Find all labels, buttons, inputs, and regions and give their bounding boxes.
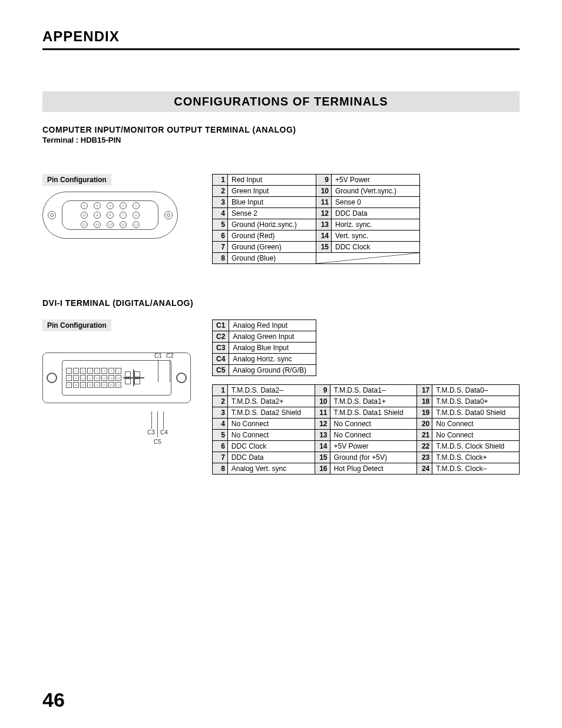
table-cell: DDC Data (227, 452, 315, 463)
table-cell: Blue Input (228, 197, 316, 208)
callout-c5: C5 (154, 439, 161, 445)
table-cell: Analog Blue Input (229, 342, 316, 354)
table-cell: 23 (417, 452, 432, 463)
table-cell: 1 (213, 385, 228, 396)
table-cell: 13 (316, 219, 332, 230)
table-cell: No Connect (330, 419, 417, 430)
table-cell: 10 (316, 186, 332, 197)
hdb15-pin-table: 1 Red Input 9 +5V Power 2 Green Input 10… (212, 174, 420, 264)
table-cell: C4 (213, 354, 229, 365)
table-cell: Ground (for +5V) (330, 452, 417, 463)
table-cell: C2 (213, 331, 229, 342)
table-cell: T.M.D.S. Clock– (432, 463, 520, 475)
table-cell: Ground (Red) (228, 230, 316, 242)
table-cell: Horiz. sync. (332, 219, 420, 230)
table-cell: T.M.D.S. Clock Shield (432, 441, 520, 452)
table-cell: Analog Horiz. sync (229, 354, 316, 365)
dvi-heading: DVI-I TERMINAL (DIGITAL/ANALOG) (42, 298, 520, 308)
section-banner: CONFIGURATIONS OF TERMINALS (42, 91, 520, 112)
table-cell: Analog Red Input (229, 320, 316, 331)
table-cell: 5 (213, 430, 228, 441)
table-cell: T.M.D.S. Clock+ (432, 452, 520, 463)
table-cell: T.M.D.S. Data1 Shield (330, 407, 417, 419)
dvi-pin-config-label: Pin Configuration (42, 319, 111, 331)
table-cell: No Connect (227, 430, 315, 441)
callout-c4: C4 (160, 429, 168, 436)
page-number: 46 (42, 689, 65, 711)
table-cell: 8 (213, 253, 228, 264)
table-cell: Green Input (228, 186, 316, 197)
table-cell: 11 (316, 197, 332, 208)
table-cell: 19 (417, 407, 432, 419)
table-cell: 4 (213, 419, 228, 430)
analog-row: Pin Configuration 54321 109876 151413121… (42, 174, 520, 264)
table-cell: 20 (417, 419, 432, 430)
table-cell: 3 (213, 197, 228, 208)
table-cell: 4 (213, 208, 228, 219)
table-cell: 14 (316, 230, 332, 242)
table-cell: T.M.D.S. Data0– (432, 385, 520, 396)
analog-terminal: Terminal : HDB15-PIN (42, 136, 520, 144)
table-cell: 13 (315, 430, 330, 441)
dvi-main-pin-table: 1T.M.D.S. Data2– 9T.M.D.S. Data1– 17T.M.… (212, 384, 520, 475)
table-cell: Ground (Horiz.sync.) (228, 219, 316, 230)
dvi-c-pin-table: C1Analog Red Input C2Analog Green Input … (212, 319, 316, 376)
table-cell: 11 (315, 407, 330, 419)
table-cell: T.M.D.S. Data0+ (432, 396, 520, 407)
table-cell: 24 (417, 463, 432, 475)
table-cell: 9 (315, 385, 330, 396)
table-empty-diag-cell (316, 253, 420, 264)
table-cell: Sense 2 (228, 208, 316, 219)
table-cell: Sense 0 (332, 197, 420, 208)
table-cell: 18 (417, 396, 432, 407)
table-cell: Analog Vert. sync (227, 463, 315, 475)
table-cell: T.M.D.S. Data1+ (330, 396, 417, 407)
table-cell: No Connect (432, 430, 520, 441)
table-cell: Red Input (228, 174, 316, 186)
table-cell: 9 (316, 174, 332, 186)
table-cell: 14 (315, 441, 330, 452)
table-cell: 22 (417, 441, 432, 452)
table-cell: 5 (213, 219, 228, 230)
table-cell: 7 (213, 452, 228, 463)
dvi-connector-diagram: C1 C2 12345678 910111213141516 171819202… (42, 353, 196, 453)
table-cell: T.M.D.S. Data2– (227, 385, 315, 396)
table-cell: DDC Data (332, 208, 420, 219)
table-cell: T.M.D.S. Data2+ (227, 396, 315, 407)
table-cell: C1 (213, 320, 229, 331)
table-cell: Hot Plug Detect (330, 463, 417, 475)
table-cell: 8 (213, 463, 228, 475)
table-cell: 6 (213, 230, 228, 242)
table-cell: Ground (Vert.sync.) (332, 186, 420, 197)
table-cell: +5V Power (330, 441, 417, 452)
table-cell: 7 (213, 242, 228, 253)
table-cell: 1 (213, 174, 228, 186)
table-cell: 17 (417, 385, 432, 396)
table-cell: T.M.D.S. Data1– (330, 385, 417, 396)
table-cell: DDC Clock (332, 242, 420, 253)
table-cell: 10 (315, 396, 330, 407)
table-cell: Ground (Green) (228, 242, 316, 253)
table-cell: No Connect (432, 419, 520, 430)
table-cell: 12 (315, 419, 330, 430)
table-cell: T.M.D.S. Data2 Shield (227, 407, 315, 419)
table-cell: Analog Green Input (229, 331, 316, 342)
hdb15-connector-diagram: 54321 109876 1514131211 (42, 192, 178, 239)
table-cell: 15 (316, 242, 332, 253)
table-cell: 6 (213, 441, 228, 452)
table-cell: 3 (213, 407, 228, 419)
table-cell: DDC Clock (227, 441, 315, 452)
table-cell: No Connect (227, 419, 315, 430)
table-cell: Analog Ground (R/G/B) (229, 365, 316, 376)
table-cell: Ground (Blue) (228, 253, 316, 264)
svg-line-0 (316, 253, 419, 263)
table-cell: 2 (213, 186, 228, 197)
table-cell: 16 (315, 463, 330, 475)
header-rule (42, 48, 520, 50)
table-cell: 15 (315, 452, 330, 463)
analog-pin-config-label: Pin Configuration (42, 174, 111, 186)
table-cell: Vert. sync. (332, 230, 420, 242)
callout-c3: C3 (147, 429, 155, 436)
table-cell: 21 (417, 430, 432, 441)
table-cell: +5V Power (332, 174, 420, 186)
